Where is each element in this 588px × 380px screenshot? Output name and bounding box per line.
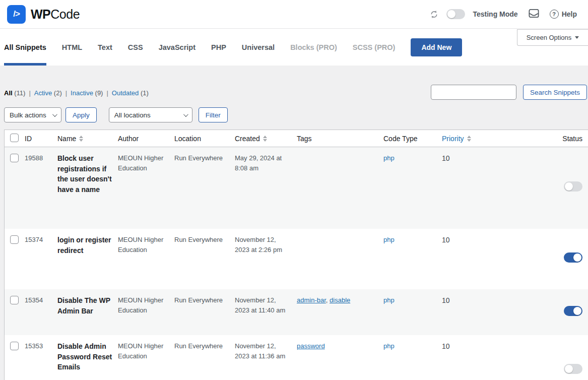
- toggle-knob: [565, 365, 573, 373]
- snippet-priority: 10: [442, 229, 502, 289]
- row-checkbox[interactable]: [10, 235, 19, 244]
- snippet-tags: password: [297, 335, 383, 380]
- filter-button[interactable]: Filter: [199, 107, 228, 122]
- select-all-checkbox[interactable]: [10, 134, 19, 142]
- tag-link[interactable]: admin-bar: [297, 296, 326, 304]
- table-row: 15374 login or register redirect MEOUN H…: [5, 229, 588, 289]
- column-header-location: Location: [174, 130, 235, 147]
- column-header-code-type: Code Type: [383, 130, 442, 147]
- status-toggle[interactable]: [564, 181, 582, 192]
- status-toggle[interactable]: [564, 306, 582, 316]
- snippet-author: MEOUN Higher Education: [118, 335, 174, 380]
- topbar-controls: Testing Mode ? Help: [429, 9, 577, 20]
- snippet-author: MEOUN Higher Education: [118, 289, 174, 335]
- chevron-down-icon: [575, 36, 579, 39]
- snippet-name[interactable]: Disable The WP Admin Bar: [57, 289, 118, 335]
- snippet-code-type-link[interactable]: php: [383, 154, 395, 162]
- toggle-knob: [447, 10, 455, 18]
- location-filter-select[interactable]: All locations: [109, 107, 192, 122]
- snippet-code-type-link[interactable]: php: [383, 296, 395, 304]
- snippet-name[interactable]: Disable Admin Password Reset Emails: [57, 335, 118, 380]
- snippet-id: 19588: [25, 147, 57, 229]
- testing-mode-toggle[interactable]: [446, 9, 465, 19]
- help-icon: ?: [550, 10, 559, 19]
- snippet-priority: 10: [442, 289, 502, 335]
- snippet-location: Run Everywhere: [174, 335, 235, 380]
- tab-javascript[interactable]: JavaScript: [159, 29, 195, 66]
- subset-active[interactable]: Active (2): [34, 89, 62, 97]
- inbox-icon[interactable]: [529, 9, 539, 20]
- column-header-status: Status: [502, 130, 588, 147]
- subset-all[interactable]: All (11): [4, 89, 25, 97]
- snippet-created: May 29, 2024 at 8:08 am: [235, 147, 297, 229]
- column-header-priority[interactable]: Priority: [442, 130, 502, 147]
- tag-link[interactable]: password: [297, 342, 325, 350]
- tab-scss-pro[interactable]: SCSS (PRO): [353, 29, 396, 66]
- snippet-code-type-link[interactable]: php: [383, 236, 395, 243]
- wpcode-logo-icon: />: [7, 5, 26, 24]
- toggle-knob: [573, 307, 581, 315]
- topbar: /> WPCode Testing Mode ?: [0, 0, 588, 29]
- wpcode-logo: /> WPCode: [7, 5, 80, 24]
- sort-icon[interactable]: [263, 136, 267, 142]
- tab-text[interactable]: Text: [98, 29, 112, 66]
- snippet-priority: 10: [442, 147, 502, 229]
- snippet-created: November 12, 2023 at 2:26 pm: [235, 229, 297, 289]
- tab-all-snippets[interactable]: All Snippets: [4, 29, 46, 66]
- toggle-knob: [565, 182, 573, 191]
- subset-outdated[interactable]: Outdated (1): [112, 89, 149, 97]
- search-snippets-button[interactable]: Search Snippets: [523, 85, 587, 100]
- snippet-location: Run Everywhere: [174, 147, 235, 229]
- row-checkbox[interactable]: [10, 342, 19, 350]
- snippet-author: MEOUN Higher Education: [118, 229, 174, 289]
- tab-universal[interactable]: Universal: [242, 29, 275, 66]
- tab-blocks-pro[interactable]: Blocks (PRO): [290, 29, 337, 66]
- subset-separator: |: [66, 89, 67, 97]
- list-controls-top: All (11) | Active (2) | Inactive (9) | O…: [4, 85, 588, 100]
- bulk-actions-select[interactable]: Bulk actions: [4, 107, 61, 122]
- snippet-id: 15354: [25, 289, 57, 335]
- snippet-created: November 12, 2023 at 11:40 am: [235, 289, 297, 335]
- search-input[interactable]: [431, 85, 516, 100]
- column-header-created[interactable]: Created: [235, 130, 297, 147]
- snippet-id: 15353: [25, 335, 57, 380]
- sync-icon[interactable]: [429, 10, 439, 19]
- screen-options-label: Screen Options: [527, 34, 572, 41]
- subset-separator: |: [29, 89, 30, 97]
- tab-css[interactable]: CSS: [128, 29, 143, 66]
- sort-icon[interactable]: [467, 136, 471, 142]
- snippet-tags: admin-bardisable: [297, 289, 383, 335]
- snippet-priority: 10: [442, 335, 502, 380]
- snippet-name[interactable]: Block user registrations if the user doe…: [57, 147, 118, 229]
- snippet-author: MEOUN Higher Education: [118, 147, 174, 229]
- row-checkbox[interactable]: [10, 154, 19, 162]
- snippet-location: Run Everywhere: [174, 229, 235, 289]
- snippet-code-type-link[interactable]: php: [383, 342, 395, 350]
- wpcode-logo-text: WPCode: [31, 7, 80, 22]
- testing-mode-label: Testing Mode: [473, 10, 517, 18]
- column-header-name[interactable]: Name: [57, 130, 118, 147]
- status-toggle[interactable]: [564, 252, 582, 263]
- chevron-down-icon: [52, 112, 57, 117]
- table-row: 15354 Disable The WP Admin Bar MEOUN Hig…: [5, 289, 588, 335]
- row-checkbox[interactable]: [10, 296, 19, 304]
- sort-icon[interactable]: [79, 136, 83, 142]
- subset-separator: |: [106, 89, 108, 97]
- location-filter-value: All locations: [114, 111, 151, 119]
- table-header-row: ID Name Author Location Created Tags Cod…: [5, 130, 588, 147]
- chevron-down-icon: [183, 112, 188, 117]
- tab-html[interactable]: HTML: [62, 29, 82, 66]
- subset-inactive[interactable]: Inactive (9): [71, 89, 103, 97]
- snippet-name[interactable]: login or register redirect: [57, 229, 118, 289]
- plugin-header: /> WPCode Testing Mode ?: [0, 0, 588, 66]
- column-header-tags: Tags: [297, 130, 383, 147]
- snippet-tags: [297, 229, 383, 289]
- tag-link[interactable]: disable: [330, 296, 350, 304]
- add-new-button[interactable]: Add New: [411, 38, 462, 56]
- status-toggle[interactable]: [564, 364, 582, 374]
- help-button[interactable]: ? Help: [550, 10, 577, 19]
- screen-options-button[interactable]: Screen Options: [517, 29, 588, 46]
- snippet-type-tabs: All Snippets HTML Text CSS JavaScript PH…: [0, 29, 588, 66]
- tab-php[interactable]: PHP: [211, 29, 226, 66]
- apply-button[interactable]: Apply: [66, 107, 97, 122]
